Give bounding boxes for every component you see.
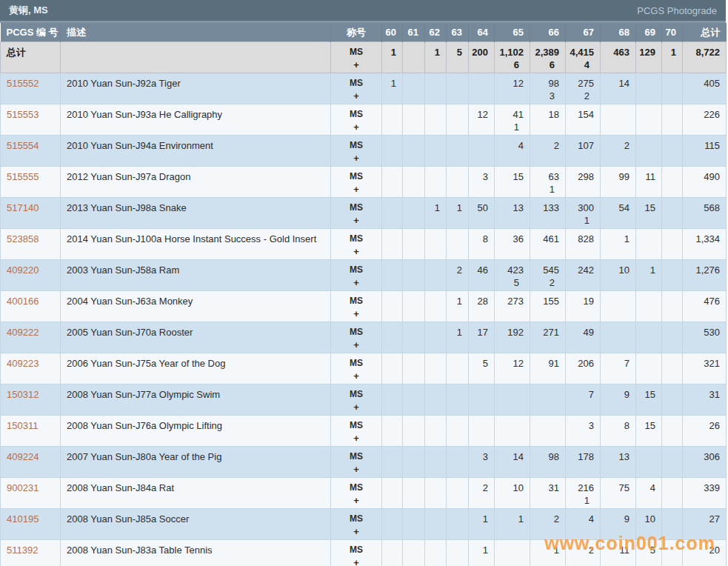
grade-cell — [469, 384, 495, 416]
grade-cell — [382, 540, 403, 566]
pcgs-number-link[interactable]: 515554 — [1, 136, 61, 167]
pcgs-number-link[interactable]: 523858 — [1, 229, 61, 260]
total-cell: 115 — [683, 136, 727, 167]
grade-cell — [601, 322, 636, 353]
grade-column-header: 64 — [469, 23, 495, 42]
grade-cell: 31 — [530, 478, 566, 509]
total-cell: 20 — [683, 540, 727, 566]
grade-cell — [662, 322, 683, 353]
designation-ms-label: MS — [331, 170, 381, 183]
header-total: 总计 — [683, 23, 727, 42]
grade-cell — [382, 416, 403, 447]
pcgs-number-link[interactable]: 409224 — [1, 447, 61, 478]
grade-cell — [425, 322, 447, 353]
grade-cell — [636, 322, 662, 353]
plus-grade-count: 2 — [530, 276, 559, 289]
grade-cell — [403, 447, 425, 478]
grade-column-header: 66 — [530, 23, 566, 42]
grade-cell: 12 — [495, 353, 530, 384]
grade-count: 275 — [566, 77, 594, 90]
grade-cell — [403, 229, 425, 260]
designation-plus-label: + — [331, 463, 381, 476]
grade-cell: 129 — [636, 42, 662, 73]
grade-cell — [447, 353, 469, 384]
pcgs-number-link[interactable]: 409220 — [1, 260, 61, 291]
grade-count: 4,415 — [566, 46, 594, 59]
pcgs-number-link[interactable]: 511392 — [1, 540, 61, 566]
grade-cell — [382, 260, 403, 291]
description-cell: 2008 Yuan Sun-J76a Olympic Lifting — [61, 416, 331, 447]
pcgs-number-link[interactable]: 410195 — [1, 509, 61, 540]
plus-grade-count: 5 — [495, 276, 524, 289]
pcgs-number-link[interactable]: 517140 — [1, 198, 61, 229]
grade-count: 216 — [566, 482, 594, 494]
designation-ms-label: MS — [331, 482, 381, 494]
grade-count: 98 — [530, 77, 559, 90]
grade-cell — [447, 478, 469, 509]
pcgs-number-link[interactable]: 150312 — [1, 384, 61, 416]
designation-ms-label: MS — [331, 108, 381, 121]
table-row: 4001662004 Yuan Sun-J63a MonkeyMS+128273… — [1, 291, 727, 322]
photograde-link[interactable]: PCGS Photograde — [637, 5, 717, 16]
table-row: 9002312008 Yuan Sun-J84a RatMS+210312161… — [1, 478, 727, 509]
designation-plus-label: + — [331, 276, 381, 289]
description-cell: 2010 Yuan Sun-J92a Tiger — [61, 73, 331, 104]
grade-cell — [447, 447, 469, 478]
grade-cell — [447, 167, 469, 198]
pcgs-number-link[interactable]: 515553 — [1, 104, 61, 136]
pcgs-number-link[interactable]: 900231 — [1, 478, 61, 509]
grade-cell: 28 — [469, 291, 495, 322]
table-row: 5155522010 Yuan Sun-J92a TigerMS+1129832… — [1, 73, 727, 104]
grade-cell: 10 — [636, 509, 662, 540]
grade-cell: 983 — [530, 73, 566, 104]
grade-cell: 631 — [530, 167, 566, 198]
grade-cell — [382, 229, 403, 260]
designation-cell: MS+ — [331, 540, 382, 566]
designation-cell: MS+ — [331, 384, 382, 416]
grade-cell — [425, 447, 447, 478]
grade-cell: 2 — [566, 540, 601, 566]
plus-grade-count: 6 — [495, 59, 524, 71]
description-cell: 2005 Yuan Sun-J70a Rooster — [61, 322, 331, 353]
grade-cell: 14 — [495, 447, 530, 478]
designation-plus-label: + — [331, 307, 381, 320]
pcgs-number-link[interactable]: 515555 — [1, 167, 61, 198]
grade-cell: 1 — [469, 509, 495, 540]
grade-cell: 1 — [447, 322, 469, 353]
grade-cell: 9 — [601, 509, 636, 540]
designation-plus-label: + — [331, 183, 381, 196]
designation-cell: MS+ — [331, 291, 382, 322]
grade-cell: 1 — [495, 509, 530, 540]
grade-cell — [425, 384, 447, 416]
total-cell: 490 — [683, 167, 727, 198]
designation-plus-label: + — [331, 339, 381, 351]
grade-cell — [425, 167, 447, 198]
grade-cell: 12 — [469, 104, 495, 136]
grade-cell — [403, 136, 425, 167]
designation-plus-label: + — [331, 59, 381, 71]
pcgs-number-link[interactable]: 515552 — [1, 73, 61, 104]
grade-cell: 1,1026 — [495, 42, 530, 73]
table-row: 4101952008 Yuan Sun-J85a SoccerMS+112491… — [1, 509, 727, 540]
grade-count: 1,102 — [495, 46, 524, 59]
grade-cell — [403, 104, 425, 136]
grade-count: 545 — [530, 264, 559, 276]
grade-cell: 200 — [469, 42, 495, 73]
grade-count: 300 — [566, 202, 594, 214]
plus-grade-count: 1 — [530, 183, 559, 196]
grade-column-header: 63 — [447, 23, 469, 42]
designation-cell: MS+ — [331, 478, 382, 509]
grade-cell — [447, 509, 469, 540]
grade-cell — [403, 167, 425, 198]
pcgs-number-link[interactable]: 409223 — [1, 353, 61, 384]
grade-cell: 18 — [530, 104, 566, 136]
table-row: 5155552012 Yuan Sun-J97a DragonMS+315631… — [1, 167, 727, 198]
grade-cell — [662, 416, 683, 447]
title-bar: 黄铜, MS PCGS Photograde — [0, 0, 726, 21]
description-cell: 2010 Yuan Sun-J93a He Calligraphy — [61, 104, 331, 136]
pcgs-number-link[interactable]: 150311 — [1, 416, 61, 447]
pcgs-number-link[interactable]: 409222 — [1, 322, 61, 353]
pcgs-number-link[interactable]: 400166 — [1, 291, 61, 322]
grade-cell: 3 — [566, 416, 601, 447]
designation-ms-label: MS — [331, 419, 381, 432]
